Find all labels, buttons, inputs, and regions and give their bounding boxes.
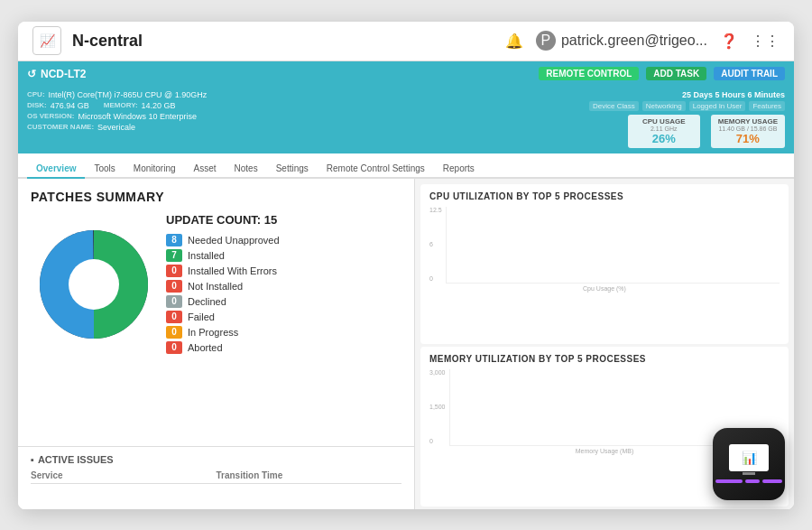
patch-item-needed: 8 Needed Unapproved	[166, 234, 401, 246]
memory-info: MEMORY: 14.20 GB	[104, 101, 176, 110]
audit-trail-button[interactable]: AUDIT TRAIL	[714, 67, 785, 80]
patch-label-needed: Needed Unapproved	[188, 235, 280, 246]
patch-item-installed: 7 Installed	[166, 249, 401, 262]
uptime: 25 Days 5 Hours 6 Minutes	[682, 90, 785, 99]
nav-tabs: Overview Tools Monitoring Asset Notes Se…	[18, 153, 794, 179]
fi-bars	[715, 479, 782, 483]
memory-value: 14.20 GB	[142, 101, 176, 110]
networking-chip: Networking	[642, 101, 686, 111]
add-task-button[interactable]: ADD TASK	[646, 67, 706, 80]
patches-title: PATCHES SUMMARY	[31, 190, 401, 204]
update-count: UPDATE COUNT: 15	[166, 213, 401, 227]
device-bar: ↺ NCD-LT2 REMOTE CONTROL ADD TASK AUDIT …	[18, 61, 794, 87]
issues-title-text: ACTIVE ISSUES	[38, 454, 114, 465]
left-panels: PATCHES SUMMARY	[18, 179, 415, 509]
device-info-bar: CPU: Intel(R) Core(TM) i7-865U CPU @ 1.9…	[18, 87, 794, 153]
patch-badge-declined: 0	[166, 295, 182, 308]
device-info-right: 25 Days 5 Hours 6 Minutes Device Class N…	[586, 90, 785, 148]
device-info-row-4: CUSTOMER NAME: Severicale	[27, 123, 586, 132]
tab-remote-control-settings[interactable]: Remote Control Settings	[318, 160, 434, 179]
device-icon: ↺	[27, 68, 36, 80]
device-name: NCD-LT2	[41, 68, 86, 80]
cpu-y-max: 12.5	[429, 207, 442, 213]
patch-label-in-progress: In Progress	[188, 327, 238, 338]
patch-label-aborted: Aborted	[188, 342, 223, 353]
update-count-label: UPDATE COUNT:	[166, 213, 261, 227]
cpu-usage-sub: 2.11 GHz	[651, 126, 678, 132]
cpu-value: Intel(R) Core(TM) i7-865U CPU @ 1.90GHz	[49, 90, 208, 99]
avatar-initial: P	[541, 33, 551, 49]
patch-badge-not-installed: 0	[166, 280, 182, 293]
disk-value: 476.94 GB	[51, 101, 89, 110]
cpu-y-mid: 6	[429, 241, 442, 247]
cpu-y-zero: 0	[429, 275, 442, 282]
fi-screen-icon: 📊	[742, 451, 757, 465]
patch-badge-needed: 8	[166, 234, 182, 246]
update-count-value: 15	[264, 213, 277, 227]
fi-bar-3	[762, 479, 782, 483]
mem-y-zero: 0	[429, 438, 446, 444]
patches-list: UPDATE COUNT: 15 8 Needed Unapproved 7 I…	[166, 213, 401, 357]
device-info-row-2: DISK: 476.94 GB MEMORY: 14.20 GB	[27, 101, 586, 110]
cpu-x-label: Cpu Usage (%)	[429, 285, 780, 292]
cpu-usage-label: CPU USAGE	[642, 117, 686, 126]
help-icon[interactable]: ❓	[720, 33, 738, 50]
device-info-row-3: OS VERSION: Microsoft Windows 10 Enterpr…	[27, 112, 586, 121]
tab-overview[interactable]: Overview	[27, 160, 85, 179]
patch-badge-in-progress: 0	[166, 326, 182, 339]
patch-label-not-installed: Not Installed	[188, 281, 243, 292]
floating-icon: 📊	[713, 428, 785, 500]
patch-label-declined: Declined	[188, 296, 226, 307]
memory-label: MEMORY:	[104, 101, 138, 109]
app-title: N-central	[72, 32, 494, 51]
patch-badge-installed: 7	[166, 249, 182, 262]
tab-reports[interactable]: Reports	[434, 160, 484, 179]
patches-summary: PATCHES SUMMARY	[18, 179, 414, 446]
cpu-chart-bars	[446, 207, 780, 284]
bell-icon[interactable]: 🔔	[505, 33, 523, 50]
patch-item-not-installed: 0 Not Installed	[166, 280, 401, 293]
tab-monitoring[interactable]: Monitoring	[125, 160, 185, 179]
patches-content: UPDATE COUNT: 15 8 Needed Unapproved 7 I…	[31, 213, 401, 357]
remote-control-button[interactable]: REMOTE CONTROL	[539, 67, 639, 80]
memory-usage-sub: 11.40 GB / 15.86 GB	[718, 126, 777, 132]
cpu-chart-panel: CPU UTILIZATION BY TOP 5 PROCESSES 12.5 …	[420, 184, 789, 344]
tab-asset[interactable]: Asset	[185, 160, 226, 179]
patch-badge-errors: 0	[166, 265, 182, 277]
usage-bars: CPU USAGE 2.11 GHz 26% MEMORY USAGE 11.4…	[628, 115, 785, 148]
issues-table-header: Service Transition Time	[31, 470, 401, 484]
customer-label: CUSTOMER NAME:	[27, 123, 94, 131]
svg-point-1	[69, 259, 119, 310]
features-chip: Features	[749, 101, 785, 111]
col-service: Service	[31, 470, 217, 480]
memory-usage-label: MEMORY USAGE	[718, 117, 778, 126]
issues-title: ▪ ACTIVE ISSUES	[31, 454, 401, 465]
tab-settings[interactable]: Settings	[267, 160, 318, 179]
os-info: OS VERSION: Microsoft Windows 10 Enterpr…	[27, 112, 197, 121]
os-label: OS VERSION:	[27, 112, 74, 120]
patch-label-failed: Failed	[188, 311, 215, 322]
user-info: P patrick.green@trigeo...	[536, 31, 707, 51]
pie-chart	[31, 221, 157, 348]
memory-usage-bar: MEMORY USAGE 11.40 GB / 15.86 GB 71%	[711, 115, 785, 148]
mem-y-mid: 1,500	[429, 404, 446, 410]
col-transition-time: Transition Time	[217, 470, 402, 480]
tab-notes[interactable]: Notes	[226, 160, 267, 179]
patch-badge-failed: 0	[166, 311, 182, 323]
top-icons: 🔔 P patrick.green@trigeo... ❓ ⋮⋮	[505, 31, 780, 51]
cpu-chart-title: CPU UTILIZATION BY TOP 5 PROCESSES	[429, 191, 780, 201]
tab-tools[interactable]: Tools	[85, 160, 124, 179]
logo: 📈	[32, 26, 61, 55]
grid-icon[interactable]: ⋮⋮	[751, 33, 780, 50]
cpu-label: CPU:	[27, 90, 45, 98]
memory-usage-pct: 71%	[736, 132, 760, 145]
patch-label-installed: Installed	[188, 250, 225, 261]
avatar: P	[536, 31, 556, 51]
cpu-info: CPU: Intel(R) Core(TM) i7-865U CPU @ 1.9…	[27, 90, 207, 99]
patch-item-failed: 0 Failed	[166, 311, 401, 323]
device-class-chip: Device Class	[589, 101, 639, 111]
main-window: 📈 N-central 🔔 P patrick.green@trigeo... …	[18, 22, 794, 509]
username: patrick.green@trigeo...	[561, 33, 707, 49]
patch-item-errors: 0 Installed With Errors	[166, 265, 401, 277]
logo-icon: 📈	[40, 33, 55, 48]
